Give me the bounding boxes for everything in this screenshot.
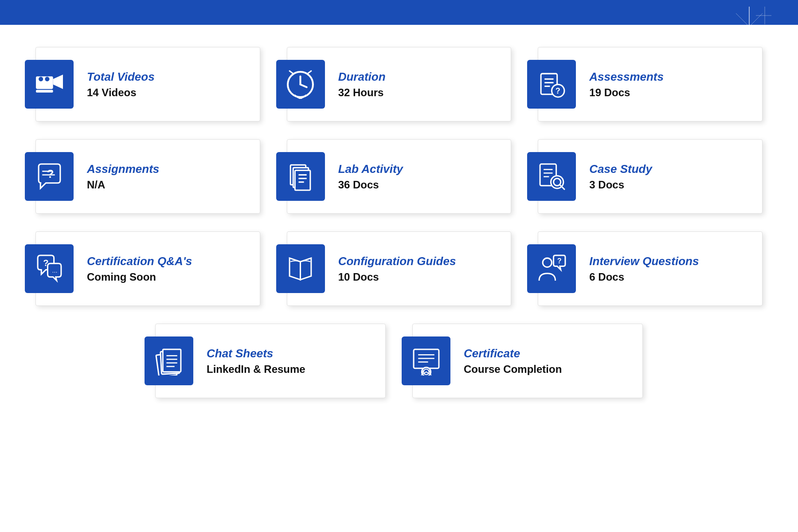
assessments-value: 19 Docs (589, 86, 664, 99)
card-assignments: AssignmentsN/A (35, 139, 260, 214)
card-total-videos: Total Videos14 Videos (35, 47, 260, 121)
certificate-value: Course Completion (464, 363, 562, 376)
card-assessments: Assessments19 Docs (538, 47, 763, 121)
lab-activity-title: Lab Activity (338, 162, 403, 176)
interview-questions-icon (527, 244, 576, 293)
config-guides-title: Configuration Guides (338, 254, 456, 268)
interview-questions-value: 6 Docs (589, 271, 699, 283)
cards-grid: Total Videos14 VideosDuration32 HoursAss… (35, 47, 763, 306)
duration-title: Duration (338, 70, 386, 84)
cheat-sheets-icon (145, 336, 193, 385)
assessments-icon (527, 60, 576, 109)
card-lab-activity: Lab Activity36 Docs (287, 139, 512, 214)
cheat-sheets-text: Chat SheetsLinkedIn & Resume (207, 347, 305, 376)
case-study-value: 3 Docs (589, 179, 652, 191)
config-guides-value: 10 Docs (338, 271, 456, 283)
certification-qa-text: Certification Q&A'sComing Soon (87, 254, 192, 283)
total-videos-value: 14 Videos (87, 86, 155, 99)
case-study-icon (527, 152, 576, 201)
cheat-sheets-title: Chat Sheets (207, 347, 305, 360)
card-cheat-sheets: Chat SheetsLinkedIn & Resume (155, 324, 386, 398)
lab-activity-icon (276, 152, 325, 201)
card-interview-questions: Interview Questions6 Docs (538, 231, 763, 306)
config-guides-icon (276, 244, 325, 293)
config-guides-text: Configuration Guides10 Docs (338, 254, 456, 283)
card-duration: Duration32 Hours (287, 47, 512, 121)
bottom-cards-row: Chat SheetsLinkedIn & ResumeCertificateC… (35, 324, 763, 398)
lab-activity-text: Lab Activity36 Docs (338, 162, 403, 191)
total-videos-title: Total Videos (87, 70, 155, 84)
content-area: Total Videos14 VideosDuration32 HoursAss… (0, 25, 798, 425)
certificate-text: CertificateCourse Completion (464, 347, 562, 376)
interview-questions-title: Interview Questions (589, 254, 699, 268)
interview-questions-text: Interview Questions6 Docs (589, 254, 699, 283)
case-study-title: Case Study (589, 162, 652, 176)
certificate-icon (402, 336, 450, 385)
certificate-title: Certificate (464, 347, 562, 360)
assessments-text: Assessments19 Docs (589, 70, 664, 99)
assignments-value: N/A (87, 179, 159, 191)
case-study-text: Case Study3 Docs (589, 162, 652, 191)
duration-value: 32 Hours (338, 86, 386, 99)
certification-qa-value: Coming Soon (87, 271, 192, 283)
card-case-study: Case Study3 Docs (538, 139, 763, 214)
total-videos-icon (25, 60, 74, 109)
certification-qa-title: Certification Q&A's (87, 254, 192, 268)
card-certification-qa: Certification Q&A'sComing Soon (35, 231, 260, 306)
header (0, 0, 798, 25)
card-certificate: CertificateCourse Completion (412, 324, 643, 398)
assignments-title: Assignments (87, 162, 159, 176)
duration-text: Duration32 Hours (338, 70, 386, 99)
card-config-guides: Configuration Guides10 Docs (287, 231, 512, 306)
assignments-icon (25, 152, 74, 201)
total-videos-text: Total Videos14 Videos (87, 70, 155, 99)
assessments-title: Assessments (589, 70, 664, 84)
assignments-text: AssignmentsN/A (87, 162, 159, 191)
certification-qa-icon (25, 244, 74, 293)
duration-icon (276, 60, 325, 109)
cheat-sheets-value: LinkedIn & Resume (207, 363, 305, 376)
lab-activity-value: 36 Docs (338, 179, 403, 191)
